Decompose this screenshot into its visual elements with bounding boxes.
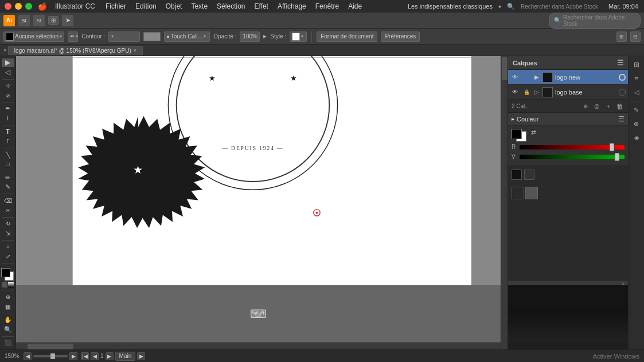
rectangle-tool[interactable]: □ [2,160,14,168]
zoom-slider[interactable] [33,355,68,357]
workspace-dropdown[interactable]: ⊞ [48,16,58,25]
menu-fenetre[interactable]: Fenêtre [315,2,339,10]
style-dropdown[interactable]: ▾ [290,32,307,42]
send-icon[interactable]: ➤ [62,15,73,26]
selection-tool[interactable]: ▶ [2,58,14,67]
paintbrush-tool[interactable]: ✏ [2,174,14,182]
v-slider-thumb[interactable] [615,153,619,161]
pen-tool[interactable]: ✒ [2,104,14,113]
pencil-tool[interactable]: ✎ [2,183,14,192]
menu-selection[interactable]: Sélection [217,2,245,10]
layer-expand-icon-2[interactable]: ▷ [533,89,540,96]
symbol-sprayer-tool[interactable]: ⊛ [2,293,14,301]
close-window-button[interactable] [5,3,11,10]
format-document-button[interactable]: Format de document [317,32,377,42]
search-icon[interactable]: 🔍 [507,3,515,10]
last-artboard-button[interactable]: ▶ [137,352,145,360]
direct-selection-tool[interactable]: ◁ [2,68,14,77]
menu-texte[interactable]: Texte [191,2,208,10]
warp-tool[interactable]: ⌗ [2,242,14,251]
layers-panel-menu-icon[interactable]: ☰ [617,59,623,67]
vertical-scrollbar[interactable] [501,56,508,349]
doc-tab-close-icon[interactable]: × [3,47,7,53]
scissors-tool[interactable]: ✂ [2,206,14,215]
extra-swatch-2[interactable] [524,170,534,180]
lasso-tool[interactable]: ⌀ [2,91,14,100]
color-panel-collapse-icon[interactable]: ▸ [512,116,514,122]
panel-toggle-icon[interactable]: ⊟ [630,32,641,42]
r-slider-track[interactable] [520,145,625,149]
r-slider-thumb[interactable] [610,143,614,151]
pen-tool-indicator[interactable]: ✒ ▾ [68,32,78,42]
artboard-name[interactable]: Main [115,352,136,361]
foreground-swatch[interactable] [512,129,522,139]
selection-dropdown[interactable]: Aucune sélection ▾ [3,32,64,42]
tab-close-icon[interactable]: × [134,48,136,53]
zoom-decrease-button[interactable]: ◀ [24,352,32,360]
swap-colors-icon[interactable]: ⇄ [531,129,536,136]
eraser-tool[interactable]: ⌫ [2,196,14,205]
maximize-window-button[interactable] [25,3,32,10]
symbols-icon[interactable]: ⊛ [630,117,643,130]
fill-color-box[interactable] [1,268,10,277]
layer-lock-icon-2[interactable]: 🔒 [522,88,531,97]
rotate-tool[interactable]: ↻ [2,219,14,228]
apple-menu-icon[interactable]: 🍎 [38,2,47,11]
opacite-input[interactable]: 100% [240,32,260,42]
layer-row-logo-base[interactable]: 👁 🔒 ▷ logo base [508,85,628,100]
artboard-tool[interactable]: ⬛ [2,339,14,347]
layer-visibility-icon-2[interactable]: 👁 [510,88,520,97]
horizontal-scrollbar[interactable] [16,343,501,349]
layer-visibility-icon-1[interactable]: 👁 [510,73,520,82]
layers-icon[interactable]: ≡ [630,72,643,85]
layer-expand-icon-1[interactable]: ▶ [533,74,540,81]
column-graph-tool[interactable]: ▦ [2,302,14,311]
next-artboard-button[interactable]: ▶ [106,352,114,360]
graphic-styles-icon[interactable]: ◈ [630,131,643,144]
gradient-icon[interactable] [8,282,14,288]
menu-effet[interactable]: Effet [254,2,268,10]
free-transform-tool[interactable]: ⤢ [2,252,14,261]
stroke-color-swatch[interactable] [143,32,161,41]
layer-row-logo-new[interactable]: 👁 ▶ logo new [508,70,628,85]
menu-edition[interactable]: Edition [135,2,157,10]
type-tool[interactable]: T [2,128,14,136]
make-clipping-mask-icon[interactable]: ⊕ [581,102,590,111]
vertical-type-tool[interactable]: ⊺ [2,137,14,145]
menu-affichage[interactable]: Affichage [278,2,306,10]
v-slider-track[interactable] [520,155,625,159]
locate-object-icon[interactable]: ◎ [592,102,602,111]
document-tab[interactable]: logo macaron.ai* @ 150% (RV8/Aperçu GPU)… [8,46,143,55]
curvature-tool[interactable]: ⌇ [2,114,14,123]
delete-layer-icon[interactable]: 🗑 [615,102,625,111]
adobe-stock-search[interactable]: 🔍 Rechercher dans Adobe Stock [549,13,641,29]
prev-artboard-button[interactable]: ◀ [91,352,99,360]
layer-target-2[interactable] [619,89,626,96]
layer-target-1[interactable] [619,74,626,81]
zoom-increase-button[interactable]: ▶ [69,352,77,360]
contour-input[interactable]: ▾ [108,32,140,42]
menu-objet[interactable]: Objet [166,2,182,10]
add-layer-icon[interactable]: + [604,102,613,111]
bottom-swatch-2[interactable] [525,187,538,199]
canvas-background-top[interactable]: ★ ★ — DEPUIS 1924 — ★ [16,56,501,285]
scale-tool[interactable]: ⇲ [2,229,14,238]
color-panel-menu-icon[interactable]: ☰ [618,115,625,123]
stock-icon[interactable]: St [33,15,45,26]
brushes-icon[interactable]: ✎ [630,104,643,116]
none-icon[interactable] [2,282,7,288]
expand-panels-icon[interactable]: ◁ [630,86,643,99]
touch-type-dropdown[interactable]: ● Touch Call... ▾ [164,32,210,42]
menu-fichier[interactable]: Fichier [106,2,126,10]
bottom-swatch-1[interactable] [512,187,524,199]
zoom-tool[interactable]: 🔍 [2,325,14,334]
minimize-window-button[interactable] [15,3,22,10]
bridge-icon[interactable]: Br [18,15,30,26]
fill-color-swatch[interactable] [6,33,14,41]
magic-wand-tool[interactable]: ⊹ [2,81,14,90]
first-artboard-button[interactable]: |◀ [81,352,89,360]
canvas-background-bottom[interactable]: ⌨ [16,285,501,343]
extra-swatch-1[interactable] [512,170,522,180]
align-icon[interactable]: ⊞ [616,32,627,42]
properties-icon[interactable]: ⊞ [630,58,643,71]
